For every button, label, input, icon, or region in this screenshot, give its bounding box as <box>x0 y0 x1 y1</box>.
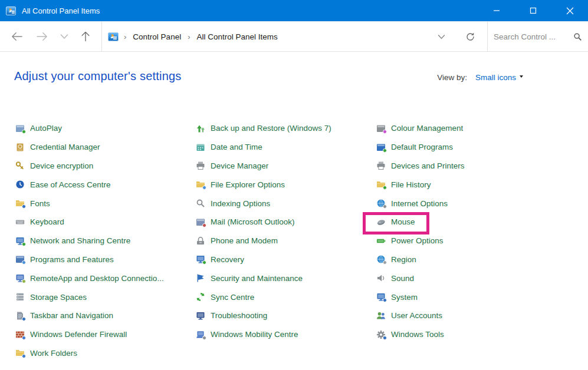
item-troubleshooting[interactable]: Troubleshooting <box>196 306 376 325</box>
back-button[interactable] <box>8 29 26 44</box>
item-device-manager[interactable]: Device Manager <box>196 157 376 176</box>
item-default-programs[interactable]: Default Programs <box>376 138 577 157</box>
close-button[interactable] <box>551 0 588 21</box>
item-recovery[interactable]: Recovery <box>196 250 376 269</box>
phone-and-modem-icon <box>196 236 205 246</box>
item-programs-and-features[interactable]: Programs and Features <box>15 250 196 269</box>
item-file-explorer-options[interactable]: File Explorer Options <box>196 175 376 194</box>
breadcrumb-control-panel[interactable]: Control Panel <box>132 30 182 44</box>
icon-badge <box>202 260 206 265</box>
item-devices-and-printers[interactable]: Devices and Printers <box>376 157 577 176</box>
close-icon <box>566 7 574 15</box>
icon-badge <box>22 354 26 358</box>
chevron-right-icon: › <box>182 32 195 41</box>
item-label: Date and Time <box>211 143 262 151</box>
ease-of-access-centre-icon <box>15 180 25 189</box>
nav-buttons <box>0 22 101 51</box>
items-column-2: Back up and Restore (Windows 7) Date and… <box>196 119 376 362</box>
chevron-down-icon <box>60 34 68 39</box>
item-ease-of-access-centre[interactable]: Ease of Access Centre <box>15 175 196 194</box>
item-power-options[interactable]: Power Options <box>376 232 577 250</box>
storage-spaces-icon <box>15 292 25 302</box>
item-region[interactable]: Region <box>376 250 577 269</box>
recent-locations-button[interactable] <box>58 31 71 42</box>
search-box <box>488 22 588 51</box>
item-label: File History <box>391 180 431 189</box>
item-windows-defender-firewall[interactable]: Windows Defender Firewall <box>15 325 196 344</box>
item-label: Devices and Printers <box>391 161 465 170</box>
sync-centre-icon <box>196 292 205 302</box>
item-label: Keyboard <box>30 217 64 226</box>
remoteapp-and-desktop-connectio-icon <box>15 273 25 283</box>
icon-badge <box>383 336 387 340</box>
item-credential-manager[interactable]: Credential Manager <box>15 138 196 157</box>
item-label: Device encryption <box>30 161 93 170</box>
item-windows-mobility-centre[interactable]: Windows Mobility Centre <box>196 325 376 344</box>
address-bar[interactable]: › Control Panel › All Control Panel Item… <box>101 22 488 51</box>
windows-defender-firewall-icon <box>15 330 25 339</box>
item-sync-centre[interactable]: Sync Centre <box>196 288 376 306</box>
autoplay-icon <box>15 124 25 133</box>
item-network-and-sharing-centre[interactable]: Network and Sharing Centre <box>15 232 196 250</box>
maximize-button[interactable] <box>515 0 551 21</box>
item-user-accounts[interactable]: User Accounts <box>376 306 577 325</box>
up-arrow-icon <box>80 31 91 42</box>
address-actions <box>435 29 481 44</box>
device-manager-icon <box>196 161 205 170</box>
item-label: Work Folders <box>30 349 77 358</box>
items-column-3: Colour Management Default Programs Devic… <box>376 119 577 362</box>
item-autoplay[interactable]: AutoPlay <box>15 119 196 138</box>
internet-options-icon <box>376 199 386 208</box>
devices-and-printers-icon <box>376 161 386 170</box>
chevron-right-icon: › <box>119 32 132 41</box>
back-arrow-icon <box>11 31 24 42</box>
item-remoteapp-and-desktop-connectio[interactable]: RemoteApp and Desktop Connectio... <box>15 269 196 288</box>
credential-manager-icon <box>15 143 25 152</box>
item-device-encryption[interactable]: Device encryption <box>15 157 196 176</box>
windows-tools-icon <box>376 330 386 339</box>
items-column-1: AutoPlay Credential Manager Device encry… <box>15 119 196 362</box>
item-label: Programs and Features <box>30 255 114 264</box>
item-work-folders[interactable]: Work Folders <box>15 344 196 363</box>
system-icon <box>376 292 386 302</box>
icon-badge <box>22 204 26 209</box>
troubleshooting-icon <box>196 311 205 321</box>
address-dropdown-button[interactable] <box>435 32 448 42</box>
item-windows-tools[interactable]: Windows Tools <box>376 325 577 344</box>
refresh-button[interactable] <box>463 29 478 44</box>
item-taskbar-and-navigation[interactable]: Taskbar and Navigation <box>15 306 196 325</box>
icon-badge <box>202 223 206 227</box>
device-encryption-icon <box>15 161 25 170</box>
icon-badge <box>22 317 26 321</box>
breadcrumb-all-control-panel-items[interactable]: All Control Panel Items <box>196 30 279 44</box>
item-label: Ease of Access Centre <box>30 180 111 189</box>
item-internet-options[interactable]: Internet Options <box>376 194 577 213</box>
date-and-time-icon <box>196 143 205 152</box>
item-mail-microsoft-outlook[interactable]: Mail (Microsoft Outlook) <box>196 213 376 232</box>
view-by-dropdown[interactable]: Small icons <box>475 73 523 82</box>
item-sound[interactable]: Sound <box>376 269 577 288</box>
forward-button[interactable] <box>33 29 51 44</box>
item-colour-management[interactable]: Colour Management <box>376 119 577 138</box>
item-date-and-time[interactable]: Date and Time <box>196 138 376 157</box>
minimize-button[interactable] <box>478 0 515 21</box>
item-fonts[interactable]: Fonts <box>15 194 196 213</box>
item-storage-spaces[interactable]: Storage Spaces <box>15 288 196 306</box>
power-options-icon <box>376 236 386 246</box>
item-label: File Explorer Options <box>211 180 285 189</box>
item-keyboard[interactable]: Keyboard <box>15 213 196 232</box>
item-system[interactable]: System <box>376 288 577 306</box>
up-button[interactable] <box>78 28 93 45</box>
item-security-and-maintenance[interactable]: Security and Maintenance <box>196 269 376 288</box>
item-indexing-options[interactable]: Indexing Options <box>196 194 376 213</box>
item-phone-and-modem[interactable]: Phone and Modem <box>196 232 376 250</box>
search-input[interactable] <box>494 32 573 41</box>
item-back-up-and-restore-windows-7[interactable]: Back up and Restore (Windows 7) <box>196 119 376 138</box>
chevron-down-icon <box>438 34 445 39</box>
icon-badge <box>22 242 26 246</box>
item-mouse[interactable]: Mouse <box>376 213 577 232</box>
item-file-history[interactable]: File History <box>376 175 577 194</box>
indexing-options-icon <box>196 199 205 208</box>
mail-microsoft-outlook-icon <box>196 217 205 227</box>
icon-badge <box>383 130 387 134</box>
